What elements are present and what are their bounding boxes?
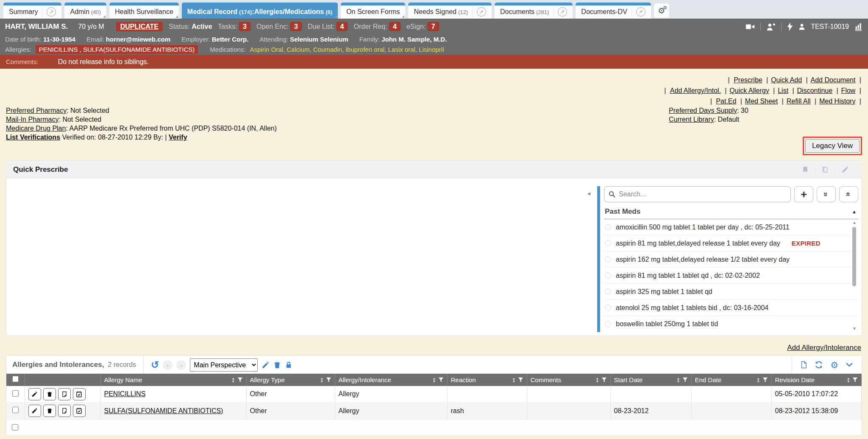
filter-funnel-icon[interactable] bbox=[852, 377, 858, 383]
past-med-item[interactable]: boswellin tablet 250mg 1 tablet tid bbox=[604, 316, 858, 332]
tab-health-surveillance[interactable]: Health Surveillance bbox=[109, 3, 179, 19]
past-med-item[interactable]: atenolol 25 mg tablet 1 tablets bid , dc… bbox=[604, 300, 858, 316]
due-list-count-badge[interactable]: 4 bbox=[337, 22, 348, 31]
expand-all-button[interactable]: » bbox=[817, 186, 836, 202]
trash-icon[interactable] bbox=[273, 361, 281, 369]
chevron-down-icon[interactable] bbox=[846, 362, 853, 368]
list-link[interactable]: List bbox=[775, 87, 788, 94]
medication-link[interactable]: Lasix oral bbox=[388, 46, 419, 53]
tasks-count-badge[interactable]: 3 bbox=[239, 22, 250, 31]
past-med-item[interactable]: aspirin 81 mg tablet 1 tablet qd , dc: 0… bbox=[604, 268, 858, 284]
tab-documents-dv[interactable]: Documents-DV ↗ bbox=[576, 3, 651, 19]
med-radio[interactable] bbox=[605, 224, 611, 230]
current-library-link[interactable]: Current Library bbox=[669, 116, 714, 123]
collapse-section-icon[interactable]: ▲ bbox=[852, 209, 857, 214]
edit-pencil-icon[interactable] bbox=[28, 405, 41, 417]
tab-settings-gear-button[interactable]: ⚙ ⚙ bbox=[654, 3, 669, 18]
calendar-check-icon[interactable] bbox=[73, 388, 86, 400]
flow-link[interactable]: Flow bbox=[839, 87, 856, 94]
collapse-panel-icon[interactable]: ◂ bbox=[587, 190, 590, 197]
legacy-view-button[interactable]: Legacy View bbox=[805, 139, 860, 153]
tab-admin[interactable]: Admin (40) bbox=[64, 3, 106, 19]
tab-on-screen-forms[interactable]: On Screen Forms bbox=[341, 3, 405, 19]
med-radio[interactable] bbox=[605, 256, 611, 263]
table-settings-gear-icon[interactable]: ⚙ bbox=[830, 361, 838, 369]
add-document-link[interactable]: Add Document bbox=[808, 76, 856, 84]
video-visit-icon[interactable] bbox=[746, 23, 755, 31]
esign-count-badge[interactable]: 7 bbox=[428, 22, 439, 31]
filter-funnel-icon[interactable] bbox=[762, 377, 768, 383]
scrollbar-track[interactable] bbox=[851, 225, 857, 326]
filter-funnel-icon[interactable] bbox=[518, 377, 523, 383]
allergy-name-link[interactable]: SULFA(SULFONAMIDE ANTIBIOTICS) bbox=[104, 407, 223, 414]
medication-link[interactable]: Aspirin Oral bbox=[250, 46, 287, 53]
delete-trash-icon[interactable] bbox=[43, 388, 56, 400]
medication-link[interactable]: ibuprofen oral bbox=[345, 46, 388, 53]
add-med-button[interactable]: + bbox=[794, 186, 813, 202]
edit-pencil-icon[interactable] bbox=[28, 388, 41, 400]
row-checkbox[interactable] bbox=[12, 407, 19, 413]
col-reaction[interactable]: Reaction▴▾ bbox=[447, 374, 527, 386]
med-history-link[interactable]: Med History bbox=[817, 98, 855, 105]
person-icon[interactable] bbox=[798, 23, 805, 31]
filter-funnel-icon[interactable] bbox=[682, 377, 688, 383]
scroll-up-icon[interactable]: ▲ bbox=[852, 220, 857, 225]
filter-funnel-icon[interactable] bbox=[601, 377, 607, 383]
filter-funnel-icon[interactable] bbox=[237, 377, 243, 383]
bookmark-icon[interactable] bbox=[796, 166, 815, 173]
add-person-icon[interactable] bbox=[766, 22, 776, 31]
discontinue-link[interactable]: Discontinue bbox=[795, 87, 833, 94]
col-start-date[interactable]: Start Date▴▾ bbox=[610, 374, 691, 386]
delete-trash-icon[interactable] bbox=[43, 405, 56, 417]
order-req-count-badge[interactable]: 4 bbox=[389, 22, 401, 31]
new-document-icon[interactable] bbox=[800, 361, 807, 369]
medicare-drug-plan-link[interactable]: Medicare Drug Plan bbox=[6, 125, 66, 132]
scrollbar-thumb[interactable] bbox=[852, 227, 856, 286]
past-med-item[interactable]: aspirin 162 mg tablet,delayed release 1/… bbox=[604, 252, 858, 268]
past-med-item[interactable]: aspirin 81 mg tablet,delayed release 1 t… bbox=[604, 235, 858, 252]
col-revision-date[interactable]: Revision Date▴▾ bbox=[771, 374, 862, 386]
calendar-check-icon[interactable] bbox=[73, 405, 86, 417]
past-meds-scrollbar[interactable]: ▲ ▼ bbox=[851, 220, 857, 331]
med-radio[interactable] bbox=[605, 240, 611, 246]
row-checkbox[interactable] bbox=[12, 390, 19, 397]
col-allergy-intolerance[interactable]: Allergy/Intolerance▴▾ bbox=[335, 374, 447, 386]
filter-funnel-icon[interactable] bbox=[326, 377, 331, 383]
med-radio[interactable] bbox=[605, 321, 611, 327]
pat-ed-link[interactable]: Pat.Ed bbox=[716, 98, 736, 105]
lock-icon[interactable] bbox=[285, 361, 292, 369]
medication-link[interactable]: Coumadin bbox=[313, 46, 346, 53]
duplicate-flag[interactable]: DUPLICATE bbox=[116, 22, 163, 31]
popout-icon[interactable]: ↗ bbox=[477, 7, 486, 17]
med-radio[interactable] bbox=[605, 272, 611, 279]
tab-needs-signed[interactable]: Needs Signed (12) ↗ bbox=[408, 3, 492, 19]
edit-pencil-icon[interactable] bbox=[262, 361, 270, 369]
open-enc-count-badge[interactable]: 3 bbox=[290, 22, 302, 31]
note-page-icon[interactable] bbox=[58, 405, 71, 417]
collapse-all-button[interactable]: « bbox=[839, 186, 858, 202]
add-allergy-intolerance-link[interactable]: Add Allergy/Intolerance bbox=[787, 344, 861, 352]
pencil-icon[interactable] bbox=[835, 166, 855, 173]
med-sheet-link[interactable]: Med Sheet bbox=[743, 98, 778, 105]
col-allergy-type[interactable]: Allergy Type▴▾ bbox=[246, 374, 335, 386]
scroll-down-icon[interactable]: ▼ bbox=[852, 326, 857, 331]
select-all-checkbox[interactable] bbox=[12, 376, 19, 382]
med-radio[interactable] bbox=[605, 288, 611, 295]
allergy-name-link[interactable]: PENICILLINS bbox=[104, 390, 146, 397]
allergies-alert-pill[interactable]: PENICILLINS , SULFA(SULFONAMIDE ANTIBIOT… bbox=[36, 45, 198, 54]
popout-icon[interactable]: ↗ bbox=[636, 7, 645, 17]
perspective-select[interactable]: Main Perspective bbox=[190, 358, 258, 372]
row-checkbox[interactable] bbox=[12, 424, 18, 431]
quick-allergy-link[interactable]: Quick Allergy bbox=[727, 87, 769, 94]
col-allergy-name[interactable]: Allergy Name▴▾ bbox=[100, 374, 246, 386]
tab-summary[interactable]: Summary ↗ bbox=[3, 3, 61, 19]
prescribe-link[interactable]: Prescribe bbox=[734, 76, 762, 84]
col-end-date[interactable]: End Date▴▾ bbox=[691, 374, 771, 386]
past-med-item[interactable]: amoxicillin 500 mg tablet 1 tablet per d… bbox=[604, 219, 858, 235]
book-icon[interactable] bbox=[815, 166, 835, 173]
filter-funnel-icon[interactable] bbox=[438, 377, 444, 383]
medication-link[interactable]: Lisinopril bbox=[419, 46, 444, 53]
med-radio[interactable] bbox=[605, 305, 611, 311]
past-med-item[interactable]: aspirin 325 mg tablet 1 tablet qd bbox=[604, 284, 858, 300]
lightning-icon[interactable] bbox=[787, 22, 793, 31]
